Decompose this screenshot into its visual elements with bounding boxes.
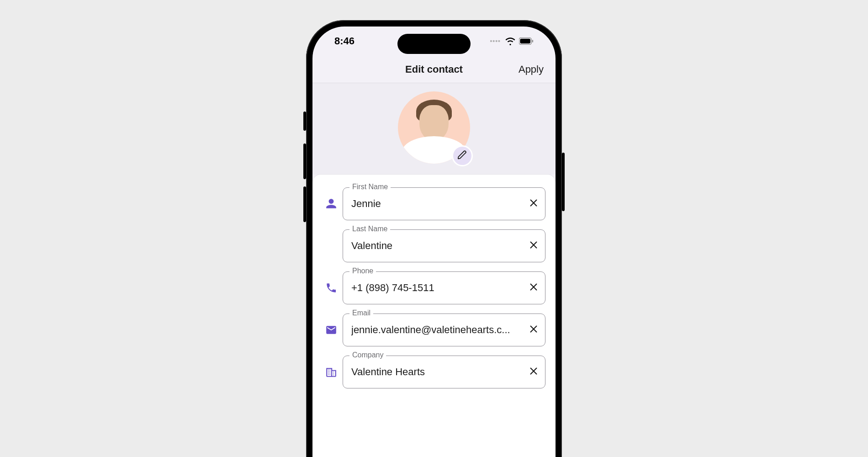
clear-email-button[interactable] xyxy=(529,324,539,336)
phone-field[interactable]: Phone +1 (898) 745-1511 xyxy=(343,271,545,304)
screen: 8:46 •••• xyxy=(312,27,556,457)
first-name-value: Jennie xyxy=(351,198,520,210)
row-last-name: Last Name Valentine xyxy=(323,229,545,262)
row-email: Email jennie.valentine@valetinehearts.c.… xyxy=(323,314,545,346)
email-icon xyxy=(323,324,340,336)
row-first-name: First Name Jennie xyxy=(323,187,545,220)
phone-icon xyxy=(323,282,340,294)
email-value: jennie.valentine@valetinehearts.c... xyxy=(351,324,520,336)
row-phone: Phone +1 (898) 745-1511 xyxy=(323,271,545,304)
wifi-icon xyxy=(505,37,515,45)
page-title: Edit contact xyxy=(405,64,463,75)
clear-phone-button[interactable] xyxy=(529,282,539,294)
phone-frame: 8:46 •••• xyxy=(306,20,562,457)
edit-avatar-button[interactable] xyxy=(452,145,473,166)
phone-value: +1 (898) 745-1511 xyxy=(351,282,520,294)
battery-icon xyxy=(519,37,534,45)
avatar-area xyxy=(312,83,556,175)
first-name-label: First Name xyxy=(349,183,391,191)
phone-label: Phone xyxy=(349,267,376,275)
side-button-vol-up xyxy=(303,143,306,179)
side-button-vol-down xyxy=(303,186,306,222)
last-name-field[interactable]: Last Name Valentine xyxy=(343,229,545,262)
person-icon xyxy=(323,198,340,210)
side-button-silence xyxy=(303,112,306,131)
email-field[interactable]: Email jennie.valentine@valetinehearts.c.… xyxy=(343,314,545,346)
apply-button[interactable]: Apply xyxy=(519,64,544,75)
signal-dots-icon: •••• xyxy=(490,37,501,45)
pencil-icon xyxy=(457,150,467,162)
side-button-power xyxy=(562,153,565,211)
form-sheet: First Name Jennie Last Name Valentine xyxy=(312,175,556,457)
clear-last-name-button[interactable] xyxy=(529,240,539,252)
email-label: Email xyxy=(349,309,373,317)
status-time: 8:46 xyxy=(334,35,355,47)
nav-bar: Edit contact Apply xyxy=(312,56,556,83)
company-icon xyxy=(323,366,340,378)
svg-rect-2 xyxy=(532,40,533,43)
status-right: •••• xyxy=(490,37,534,45)
company-value: Valentine Hearts xyxy=(351,366,520,378)
row-company: Company Valentine Hearts xyxy=(323,356,545,388)
clear-first-name-button[interactable] xyxy=(529,198,539,210)
svg-rect-1 xyxy=(520,39,530,43)
company-field[interactable]: Company Valentine Hearts xyxy=(343,356,545,388)
last-name-value: Valentine xyxy=(351,240,520,252)
company-label: Company xyxy=(349,351,386,359)
last-name-label: Last Name xyxy=(349,225,390,233)
first-name-field[interactable]: First Name Jennie xyxy=(343,187,545,220)
dynamic-island xyxy=(397,34,471,54)
clear-company-button[interactable] xyxy=(529,366,539,378)
